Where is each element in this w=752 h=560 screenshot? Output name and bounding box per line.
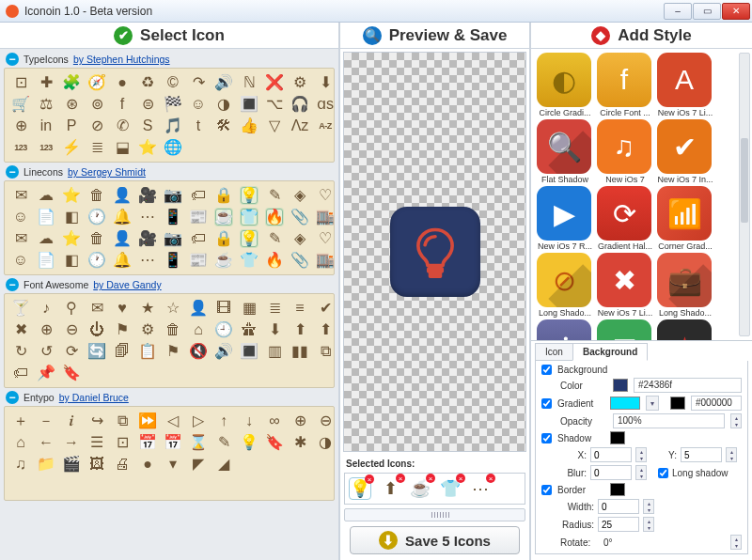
icon-item[interactable]: ☁: [38, 230, 55, 247]
icon-item[interactable]: ◤: [190, 456, 207, 473]
style-preset[interactable]: 💼Long Shado...: [657, 253, 713, 318]
icon-item[interactable]: [241, 139, 258, 156]
icon-item[interactable]: ☕: [215, 252, 232, 269]
icon-item[interactable]: 🌐: [164, 139, 181, 156]
icon-item[interactable]: [190, 477, 207, 494]
icon-item[interactable]: [241, 477, 258, 494]
style-preset[interactable]: 🔍Flat Shadow: [537, 119, 593, 184]
minimize-button[interactable]: –: [664, 3, 692, 20]
icon-item[interactable]: 📅: [139, 434, 156, 451]
icon-item[interactable]: ≣: [266, 300, 283, 317]
icon-item[interactable]: 👕: [241, 209, 258, 226]
horizontal-scrollbar[interactable]: [344, 508, 525, 521]
icon-item[interactable]: [88, 365, 105, 381]
shadow-swatch[interactable]: [610, 431, 625, 444]
icon-item[interactable]: 🏁: [164, 96, 181, 113]
icon-item[interactable]: 🔊: [215, 74, 232, 91]
icon-item[interactable]: [266, 477, 283, 494]
icon-item[interactable]: [266, 139, 283, 156]
maximize-button[interactable]: ▭: [693, 3, 721, 20]
shadow-y-input[interactable]: [681, 447, 722, 462]
icon-item[interactable]: ⌂: [12, 434, 29, 451]
style-preset[interactable]: ✔New iOs 7 In...: [657, 119, 713, 184]
gradient-dropdown[interactable]: ▾: [646, 396, 659, 411]
icon-item[interactable]: 🗑: [164, 321, 181, 338]
icon-item[interactable]: ⬓: [114, 139, 131, 156]
icon-item[interactable]: ⊡: [114, 434, 131, 451]
icon-item[interactable]: ⊡: [12, 74, 29, 91]
icon-item[interactable]: 🔇: [190, 343, 207, 360]
icon-item[interactable]: 📋: [139, 343, 156, 360]
icon-item[interactable]: ⋯: [139, 252, 156, 269]
icon-item[interactable]: 🗐: [114, 343, 131, 360]
border-checkbox[interactable]: [541, 485, 552, 495]
collapse-button[interactable]: −: [6, 165, 19, 179]
icon-item[interactable]: ☁: [38, 187, 55, 204]
icon-item[interactable]: ⊕: [291, 412, 308, 429]
icon-item[interactable]: 🕘: [215, 321, 232, 338]
icon-item[interactable]: ←: [38, 434, 55, 451]
pack-author[interactable]: by Sergey Shmidt: [68, 166, 146, 178]
icon-item[interactable]: ⭐: [139, 139, 156, 156]
close-button[interactable]: ✕: [722, 3, 750, 20]
shadow-y-spinner[interactable]: ▴▾: [726, 447, 737, 462]
icon-item[interactable]: ★: [139, 300, 156, 317]
remove-icon[interactable]: ×: [396, 474, 405, 483]
icon-item[interactable]: ⌥: [266, 96, 283, 113]
icon-item[interactable]: ☆: [164, 300, 181, 317]
icon-item[interactable]: ⧉: [317, 343, 334, 360]
icon-item[interactable]: 123: [38, 139, 55, 156]
icon-item[interactable]: ∞: [266, 412, 283, 429]
remove-icon[interactable]: ×: [456, 474, 465, 483]
icon-item[interactable]: ☺: [190, 96, 207, 113]
icon-item[interactable]: ▥: [266, 343, 283, 360]
icon-item[interactable]: [241, 365, 258, 381]
icon-item[interactable]: ↑: [215, 412, 232, 429]
style-preset[interactable]: ★: [657, 319, 713, 340]
icon-item[interactable]: [190, 365, 207, 381]
style-preset[interactable]: 𝒊: [537, 319, 593, 340]
icon-item[interactable]: ⊖: [63, 321, 80, 338]
icon-item[interactable]: －: [38, 412, 55, 429]
icon-item[interactable]: ♡: [317, 230, 334, 247]
icon-item[interactable]: ✎: [266, 187, 283, 204]
icon-item[interactable]: [291, 139, 308, 156]
icon-item[interactable]: ⋯: [139, 209, 156, 226]
icon-item[interactable]: 👤: [114, 230, 131, 247]
remove-icon[interactable]: ×: [486, 474, 495, 483]
icon-item[interactable]: 🔖: [266, 434, 283, 451]
icon-item[interactable]: ⚡: [63, 139, 80, 156]
icon-item[interactable]: ⏩: [139, 412, 156, 429]
icon-item[interactable]: S: [139, 117, 156, 134]
icon-item[interactable]: 🔒: [215, 187, 232, 204]
selected-icon-coffee[interactable]: ☕×: [409, 477, 431, 500]
icon-item[interactable]: [164, 365, 181, 381]
icon-item[interactable]: 🔄: [88, 343, 105, 360]
icon-item[interactable]: P: [63, 117, 80, 134]
icon-item[interactable]: 🏬: [317, 209, 334, 226]
icon-item[interactable]: [38, 477, 55, 494]
icon-item[interactable]: ⊘: [88, 117, 105, 134]
icon-item[interactable]: ⚙: [291, 74, 308, 91]
icon-item[interactable]: ⚖: [38, 96, 55, 113]
icon-item[interactable]: 🎥: [139, 230, 156, 247]
icon-item[interactable]: 📷: [164, 187, 181, 204]
icon-item[interactable]: 🔳: [241, 96, 258, 113]
gradient-from-swatch[interactable]: [610, 397, 640, 410]
long-shadow-checkbox[interactable]: [658, 468, 668, 478]
icon-item[interactable]: ◑: [317, 434, 334, 451]
icon-item[interactable]: 🕐: [88, 252, 105, 269]
icon-item[interactable]: ⬆: [291, 321, 308, 338]
icon-item[interactable]: ▽: [266, 117, 283, 134]
icon-item[interactable]: ✎: [215, 434, 232, 451]
shadow-x-spinner[interactable]: ▴▾: [635, 447, 647, 462]
icon-item[interactable]: 📎: [291, 209, 308, 226]
rotate-spinner[interactable]: ▴▾: [730, 535, 742, 550]
collapse-button[interactable]: −: [6, 278, 19, 291]
icon-item[interactable]: ✔: [317, 300, 334, 317]
icon-item[interactable]: ℕ: [241, 74, 258, 91]
icon-item[interactable]: 🔖: [63, 365, 80, 381]
icon-item[interactable]: ▮▮: [291, 343, 308, 360]
icon-item[interactable]: 🔥: [266, 252, 283, 269]
icon-item[interactable]: 📄: [38, 252, 55, 269]
